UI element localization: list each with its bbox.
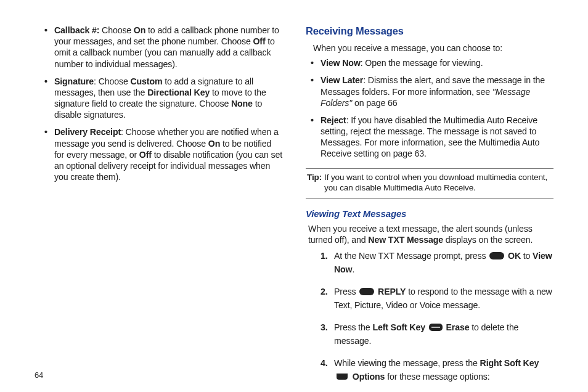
list-item: Signature: Choose Custom to add a signat… <box>47 76 282 121</box>
text: Press the <box>334 322 372 332</box>
keyword: On <box>134 25 145 35</box>
section-heading: Receiving Messages <box>306 25 553 38</box>
page-content: Callback #: Choose On to add a callback … <box>0 0 588 392</box>
keyword: Directional Key <box>147 88 210 97</box>
ok-key-icon <box>359 288 374 295</box>
ok-key-icon <box>489 252 504 259</box>
intro-text: When you receive a text message, the ale… <box>308 223 553 245</box>
option-label: View Now <box>321 58 361 68</box>
step-number: 2. <box>321 285 328 298</box>
tip-body: If you want to control when you download… <box>324 173 552 194</box>
list-item: View Now: Open the message for viewing. <box>313 57 553 68</box>
svg-rect-0 <box>489 252 504 259</box>
key-label: Options <box>353 372 385 382</box>
list-item: View Later: Dismiss the alert, and save … <box>313 75 553 108</box>
step-number: 3. <box>321 321 328 334</box>
text: : If you have disabled the Multimedia Au… <box>321 115 539 159</box>
text: for these message options: <box>385 372 489 382</box>
steps-list: 1. At the New TXT Message prompt, press … <box>306 249 553 383</box>
right-soft-key-icon <box>335 372 349 381</box>
receive-options-list: View Now: Open the message for viewing. … <box>306 57 553 159</box>
keyword: New TXT Message <box>368 235 443 245</box>
text: Choose <box>102 25 134 35</box>
tip-box: Tip: If you want to control when you dow… <box>306 168 553 199</box>
keyword: Left Soft Key <box>372 322 425 332</box>
text: : Open the message for viewing. <box>361 58 483 68</box>
text: While viewing the message, press the <box>334 358 480 368</box>
step-item: 2. Press REPLY to respond to the message… <box>321 285 553 312</box>
option-label: Reject <box>321 115 346 125</box>
keyword: On <box>208 139 220 149</box>
text: : Choose <box>94 76 130 86</box>
text: Press <box>334 287 358 296</box>
list-item: Delivery Receipt: Choose whether you are… <box>47 126 282 182</box>
step-number: 1. <box>321 249 328 263</box>
text: to <box>521 251 533 261</box>
step-item: 4. While viewing the message, press the … <box>321 356 553 383</box>
keyword: Custom <box>130 76 162 86</box>
text: displays on the screen. <box>443 235 533 245</box>
svg-rect-1 <box>359 288 374 295</box>
page-number: 64 <box>35 370 43 380</box>
setting-label: Delivery Receipt <box>54 127 121 137</box>
left-column: Callback #: Choose On to add a callback … <box>35 25 282 392</box>
tip-label: Tip: <box>307 173 324 194</box>
text: on page 66 <box>352 98 397 108</box>
key-label: Erase <box>446 322 470 332</box>
step-item: 3. Press the Left Soft Key Erase to dele… <box>321 321 553 348</box>
keyword: Right Soft Key <box>480 358 539 368</box>
keyword: Off <box>139 150 152 160</box>
setting-label: Callback #: <box>54 25 99 35</box>
settings-list: Callback #: Choose On to add a callback … <box>35 25 282 182</box>
keyword: Off <box>253 36 265 46</box>
right-column: Receiving Messages When you receive a me… <box>306 25 553 392</box>
left-soft-key-icon <box>429 324 443 331</box>
key-label: REPLY <box>378 287 406 296</box>
subsection-heading: Viewing Text Messages <box>306 208 553 219</box>
list-item: Reject: If you have disabled the Multime… <box>313 115 553 160</box>
text: . <box>353 264 355 274</box>
setting-label: Signature <box>54 76 94 86</box>
keyword: None <box>231 99 253 108</box>
key-label: OK <box>508 251 521 261</box>
option-label: View Later <box>321 75 363 85</box>
intro-text: When you receive a message, you can choo… <box>313 43 553 54</box>
list-item: Callback #: Choose On to add a callback … <box>47 25 282 70</box>
step-item: 1. At the New TXT Message prompt, press … <box>321 249 553 276</box>
step-number: 4. <box>321 356 328 370</box>
text: At the New TXT Message prompt, press <box>334 251 488 261</box>
